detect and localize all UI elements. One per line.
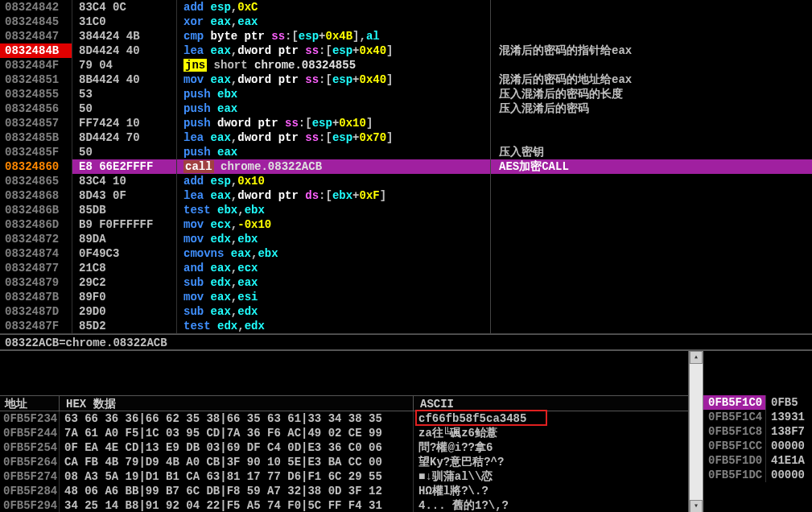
- scroll-down-icon[interactable]: ▾: [690, 500, 703, 512]
- dump-row[interactable]: 0FB5F2540F EA 4E CD|13 E9 DB 03|69 DF C4…: [0, 440, 688, 455]
- disasm-row[interactable]: 08324847384424 4Bcmp byte ptr ss:[esp+0x…: [0, 29, 812, 43]
- disasm-bytes: 8D4424 70: [72, 130, 177, 145]
- disasm-row[interactable]: 0832485F50push eax压入密钥: [0, 145, 812, 159]
- disasm-row[interactable]: 083248740F49C3cmovns eax,ebx: [0, 246, 812, 261]
- disasm-instruction: push dword ptr ss:[esp+0x10]: [177, 116, 490, 130]
- dump-row[interactable]: 0FB5F23463 66 36 36|66 62 35 38|66 35 63…: [0, 411, 688, 426]
- dump-ascii: HΩ權l將?\.?: [414, 484, 559, 498]
- disasm-bytes: 83C4 10: [72, 174, 177, 188]
- disasm-row[interactable]: 083248688D43 0Flea eax,dword ptr ds:[ebx…: [0, 188, 812, 203]
- disasm-bytes: 50: [72, 145, 177, 159]
- disasm-address: 08324868: [0, 188, 72, 203]
- disasm-address: 08324847: [0, 29, 72, 43]
- disasm-row[interactable]: 0832486DB9 F0FFFFFFmov ecx,-0x10: [0, 217, 812, 232]
- memory-dump-panel[interactable]: 地址 HEX 数据 ASCII 0FB5F23463 66 36 36|66 6…: [0, 351, 689, 512]
- disasm-comment: [490, 304, 812, 319]
- disasm-instruction: add esp,0xC: [177, 0, 490, 14]
- disasm-instruction: jns short chrome.08324855: [177, 58, 490, 72]
- disasm-row[interactable]: 0832487289DAmov edx,ebx: [0, 232, 812, 246]
- disasm-instruction: sub edx,eax: [177, 275, 490, 290]
- disasm-address: 0832487B: [0, 290, 72, 304]
- disasm-row[interactable]: 08324860E8 66E2FFFFcall chrome.08322ACBA…: [0, 159, 812, 174]
- disasm-instruction: mov edx,ebx: [177, 232, 490, 246]
- dump-ascii: cf66fb58f5ca3485: [414, 411, 559, 426]
- disasm-bytes: 83C4 0C: [72, 0, 177, 14]
- disasm-row[interactable]: 0832484531C0xor eax,eax: [0, 14, 812, 29]
- dump-address: 0FB5F274: [0, 469, 60, 484]
- stack-row[interactable]: 0FB5F1C413931: [703, 410, 812, 424]
- disassembly-listing[interactable]: 0832484283C4 0Cadd esp,0xC0832484531C0xo…: [0, 0, 812, 333]
- stack-panel[interactable]: 0FB5F1C00FB50FB5F1C4139310FB5F1C8138F70F…: [703, 351, 812, 512]
- disasm-comment: [490, 290, 812, 304]
- disasm-address: 0832484F: [0, 58, 72, 72]
- disasm-comment: [490, 188, 812, 203]
- disasm-address: 0832487D: [0, 304, 72, 319]
- disasm-instruction: lea eax,dword ptr ss:[esp+0x70]: [177, 130, 490, 145]
- dump-address: 0FB5F244: [0, 426, 60, 440]
- stack-address: 0FB5F1CC: [703, 439, 766, 453]
- stack-value: 13931: [766, 410, 805, 424]
- status-line: 08322ACB=chrome.08322ACB: [0, 334, 812, 350]
- disasm-row[interactable]: 0832487B89F0mov eax,esi: [0, 290, 812, 304]
- dump-row[interactable]: 0FB5F2447A 61 A0 F5|1C 03 95 CD|7A 36 F6…: [0, 426, 688, 440]
- disasm-bytes: 79 04: [72, 58, 177, 72]
- disasm-row[interactable]: 0832487D29D0sub eax,edx: [0, 304, 812, 319]
- disasm-row[interactable]: 0832486B85DBtest ebx,ebx: [0, 203, 812, 217]
- disasm-comment: [490, 29, 812, 43]
- disasm-address: 08324851: [0, 72, 72, 87]
- disasm-row[interactable]: 0832484B8D4424 40lea eax,dword ptr ss:[e…: [0, 43, 812, 58]
- dump-header: 地址 HEX 数据 ASCII: [0, 395, 688, 411]
- disasm-bytes: 29C2: [72, 275, 177, 290]
- disasm-bytes: FF7424 10: [72, 116, 177, 130]
- stack-value: 138F7: [766, 424, 805, 439]
- disasm-comment: [490, 130, 812, 145]
- dump-address: 0FB5F234: [0, 411, 60, 426]
- disasm-address: 0832487F: [0, 319, 72, 333]
- disasm-bytes: 89DA: [72, 232, 177, 246]
- dump-scrollbar[interactable]: ▴ ▾: [689, 351, 703, 512]
- disasm-address: 08324877: [0, 261, 72, 275]
- disasm-bytes: 85DB: [72, 203, 177, 217]
- disasm-comment: [490, 275, 812, 290]
- disasm-comment: 混淆后的密码的地址给eax: [490, 72, 812, 87]
- disasm-instruction: sub eax,edx: [177, 304, 490, 319]
- disasm-comment: [490, 246, 812, 261]
- disasm-instruction: cmp byte ptr ss:[esp+0x4B],al: [177, 29, 490, 43]
- disasm-row[interactable]: 08324857FF7424 10push dword ptr ss:[esp+…: [0, 116, 812, 130]
- dump-header-hex: HEX 数据: [60, 396, 414, 411]
- disasm-row[interactable]: 0832485650push eax压入混淆后的密码: [0, 101, 812, 116]
- scroll-up-icon[interactable]: ▴: [690, 351, 703, 364]
- disasm-bytes: 53: [72, 87, 177, 101]
- disasm-bytes: 8D43 0F: [72, 188, 177, 203]
- dump-row[interactable]: 0FB5F27408 A3 5A 19|D1 B1 CA 63|81 17 77…: [0, 469, 688, 484]
- disasm-row[interactable]: 0832485553push ebx压入混淆后的密码的长度: [0, 87, 812, 101]
- stack-row[interactable]: 0FB5F1C8138F7: [703, 424, 812, 439]
- disasm-row[interactable]: 0832485B8D4424 70lea eax,dword ptr ss:[e…: [0, 130, 812, 145]
- stack-rows[interactable]: 0FB5F1C00FB50FB5F1C4139310FB5F1C8138F70F…: [703, 395, 812, 482]
- disasm-row[interactable]: 0832484F79 04jns short chrome.08324855: [0, 58, 812, 72]
- stack-row[interactable]: 0FB5F1D041E1A: [703, 453, 812, 468]
- disasm-comment: [490, 58, 812, 72]
- dump-address: 0FB5F254: [0, 440, 60, 455]
- dump-row[interactable]: 0FB5F29434 25 14 B8|91 92 04 22|F5 A5 74…: [0, 498, 688, 512]
- dump-rows[interactable]: 0FB5F23463 66 36 36|66 62 35 38|66 35 63…: [0, 411, 688, 512]
- disasm-address: 0832486B: [0, 203, 72, 217]
- disasm-comment: [490, 232, 812, 246]
- disasm-row[interactable]: 0832487721C8and eax,ecx: [0, 261, 812, 275]
- stack-row[interactable]: 0FB5F1C00FB5: [703, 395, 812, 410]
- disasm-instruction: add esp,0x10: [177, 174, 490, 188]
- stack-row[interactable]: 0FB5F1DC00000: [703, 468, 812, 482]
- disasm-row[interactable]: 0832487929C2sub edx,eax: [0, 275, 812, 290]
- disasm-instruction: mov ecx,-0x10: [177, 217, 490, 232]
- stack-row[interactable]: 0FB5F1CC00000: [703, 439, 812, 453]
- disasm-row[interactable]: 0832486583C4 10add esp,0x10: [0, 174, 812, 188]
- disasm-row[interactable]: 083248518B4424 40mov eax,dword ptr ss:[e…: [0, 72, 812, 87]
- disasm-comment: [490, 174, 812, 188]
- disasm-address: 08324874: [0, 246, 72, 261]
- disasm-row[interactable]: 0832484283C4 0Cadd esp,0xC: [0, 0, 812, 14]
- disasm-comment: [490, 0, 812, 14]
- dump-ascii: 問?權@i??拿6: [414, 440, 559, 455]
- dump-row[interactable]: 0FB5F264CA FB 4B 79|D9 4B A0 CB|3F 90 10…: [0, 455, 688, 469]
- dump-row[interactable]: 0FB5F28448 06 A6 BB|99 B7 6C DB|F8 59 A7…: [0, 484, 688, 498]
- disasm-row[interactable]: 0832487F85D2test edx,edx: [0, 319, 812, 333]
